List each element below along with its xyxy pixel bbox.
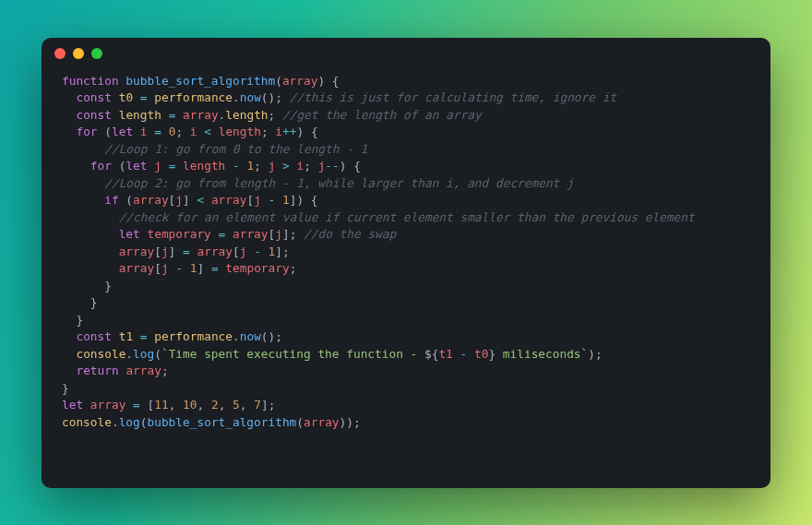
token-kw: let [125,159,147,173]
token-p: [ [154,245,161,258]
token-p: ]; [282,227,304,241]
token-p: } [62,279,112,292]
token-op: - [175,261,183,275]
token-id: array [233,227,269,241]
token-str: miliseconds` [496,347,588,361]
token-num: 2 [211,398,219,412]
token-p: ( [119,193,133,207]
token-id: array [125,364,161,377]
token-kw: let [112,125,133,138]
token-p [290,159,297,173]
token-p: ; [261,125,275,138]
token-id: j [175,193,183,207]
token-p [62,245,119,258]
token-id: array [133,193,169,207]
token-p: ]; [261,398,275,412]
close-icon[interactable] [54,48,66,59]
token-p: ( [140,415,148,429]
token-var: t0 [119,90,133,104]
token-p: [ [246,193,254,207]
token-kw: let [119,227,140,241]
token-p [225,159,233,173]
code-line: let temporary = array[j]; //do the swap [62,226,750,244]
token-fn: now [240,329,261,343]
token-tmpl: t0 [474,347,488,361]
token-p [62,261,119,275]
token-p: ; [161,364,169,377]
token-p: ; [175,125,189,138]
token-id: i [190,125,197,138]
token-p [62,108,76,122]
token-p [204,193,211,207]
token-p: , [240,398,254,412]
token-p: . [125,347,133,361]
token-id: j [161,245,169,258]
token-p [112,329,119,343]
token-p [62,193,104,207]
token-var: performance [154,90,233,104]
code-line: for (let i = 0; i < length; i++) { [62,124,750,141]
token-p [246,245,254,258]
token-num: 5 [233,398,240,412]
token-p [183,261,190,275]
token-kw: const [76,90,112,104]
token-p: ${ [424,347,438,361]
code-line: let array = [11, 10, 2, 5, 7]; [62,397,750,414]
code-line: array[j] = array[j - 1]; [62,244,750,261]
token-p: ) { [340,159,361,173]
token-p: ( [296,415,304,429]
token-p [62,347,76,361]
token-op: > [282,159,290,173]
maximize-icon[interactable] [91,48,102,59]
token-cm: //get the length of an array [282,108,482,122]
token-cm: //Loop 1: go from 0 to the length - 1 [104,142,367,156]
token-id: j [254,193,261,207]
token-p: ] [197,261,210,275]
code-line: const t0 = performance.now(); //this is … [62,89,750,107]
token-p [453,347,460,361]
token-id: array [282,74,318,88]
token-p: ; [290,261,297,275]
token-p [161,125,169,138]
token-p: ] [183,193,197,207]
token-id: array [304,415,340,429]
token-kw: let [62,398,83,412]
code-line: } [62,278,750,295]
token-id: array [119,261,155,275]
token-p [211,125,219,138]
token-p: ]) { [290,193,318,207]
token-p: ( [112,159,125,173]
code-line: //check for an element value if current … [62,209,750,227]
token-p: } [62,295,98,309]
token-cm: //this is just for calculating time, ign… [290,90,616,104]
token-p [112,90,119,104]
token-fn: bubble_sort_algorithm [125,74,275,88]
code-line: } [62,312,750,329]
code-line: const length = array.length; //get the l… [62,107,750,125]
token-p: (); [261,329,282,343]
token-p: ; [254,159,268,173]
token-p [62,90,76,104]
token-p: ] [169,245,183,258]
token-op: - [254,245,261,258]
token-str: `Time spent executing the function - [161,347,424,361]
token-p: , [169,398,183,412]
token-p [112,108,119,122]
code-line: console.log(`Time spent executing the fu… [62,346,750,364]
token-num: 7 [254,398,261,412]
editor-window: function bubble_sort_algorithm(array) { … [42,38,770,488]
code-line: } [62,294,750,312]
token-p: [ [154,261,161,275]
minimize-icon[interactable] [73,48,84,59]
token-p [211,227,219,241]
token-p: ; [304,159,317,173]
token-p [133,125,140,138]
token-p [133,329,140,343]
token-cm: //do the swap [304,227,396,241]
token-id: temporary [147,227,210,241]
token-p [62,210,119,224]
token-cm: //Loop 2: go from length - 1, while larg… [104,176,574,190]
token-p: , [197,398,211,412]
token-p: ( [154,347,161,361]
token-p [261,245,269,258]
